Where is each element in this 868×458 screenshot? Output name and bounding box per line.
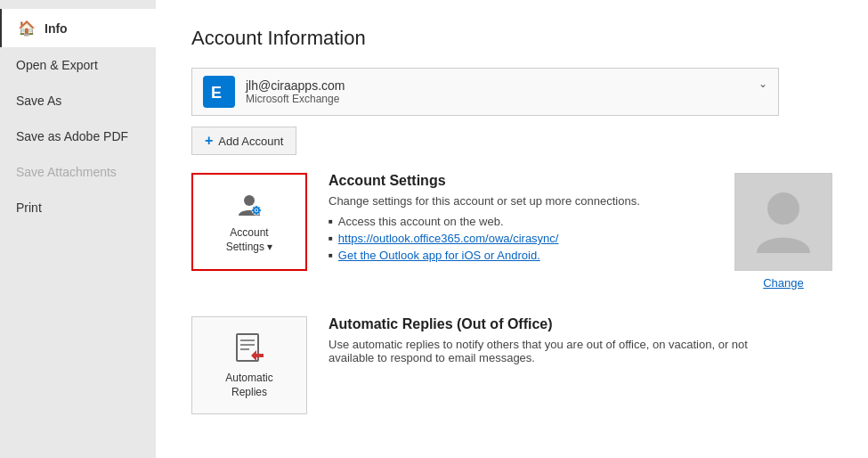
sidebar: 🏠 Info Open & Export Save As Save as Ado… <box>0 0 156 458</box>
avatar-section: Change <box>734 173 832 290</box>
exchange-icon: E <box>203 76 235 108</box>
plus-icon: + <box>205 133 213 149</box>
bullet-app-link: Get the Outlook app for iOS or Android. <box>329 249 699 262</box>
svg-line-12 <box>258 208 259 209</box>
auto-replies-title: Automatic Replies (Out of Office) <box>329 316 756 332</box>
account-selector[interactable]: E jlh@ciraapps.com Microsoft Exchange ⌄ <box>191 68 779 116</box>
svg-line-10 <box>258 213 259 214</box>
auto-replies-icon <box>231 331 267 366</box>
sidebar-item-print[interactable]: Print <box>0 190 156 225</box>
main-content: Account Information E jlh@ciraapps.com M… <box>156 0 868 458</box>
sidebar-label-info: Info <box>45 21 68 36</box>
account-settings-card[interactable]: AccountSettings ▾ <box>191 173 307 271</box>
svg-point-13 <box>767 192 799 225</box>
svg-text:E: E <box>211 84 222 102</box>
change-avatar-link[interactable]: Change <box>763 276 804 290</box>
account-settings-card-label: AccountSettings ▾ <box>226 226 273 254</box>
add-account-button[interactable]: + Add Account <box>191 127 296 155</box>
svg-point-1 <box>244 195 255 206</box>
avatar-icon <box>752 186 815 258</box>
account-settings-section: AccountSettings ▾ Account Settings Chang… <box>191 173 832 290</box>
sidebar-label-save-as: Save As <box>16 94 61 108</box>
account-settings-content: Account Settings Change settings for thi… <box>329 173 832 290</box>
sidebar-label-save-attachments: Save Attachments <box>16 165 117 179</box>
svg-line-11 <box>254 213 255 214</box>
account-settings-bullets: Access this account on the web. https://… <box>329 215 699 262</box>
dropdown-arrow-icon: ⌄ <box>758 78 767 90</box>
auto-replies-section: AutomaticReplies Automatic Replies (Out … <box>191 316 832 414</box>
sidebar-item-save-attachments: Save Attachments <box>0 154 156 190</box>
bullet-web-access: Access this account on the web. <box>329 215 699 228</box>
account-info: jlh@ciraapps.com Microsoft Exchange <box>246 78 758 105</box>
add-account-label: Add Account <box>218 135 283 148</box>
auto-replies-desc-text: Use automatic replies to notify others t… <box>329 338 756 364</box>
ios-android-link[interactable]: Get the Outlook app for iOS or Android. <box>338 249 540 262</box>
account-settings-description: Account Settings Change settings for thi… <box>329 173 699 290</box>
sidebar-item-info[interactable]: 🏠 Info <box>0 9 156 47</box>
auto-replies-card-label: AutomaticReplies <box>225 372 272 399</box>
sidebar-label-print: Print <box>16 200 42 215</box>
sidebar-item-save-adobe[interactable]: Save as Adobe PDF <box>0 119 156 154</box>
sidebar-label-open-export: Open & Export <box>16 58 98 72</box>
sidebar-label-save-adobe: Save as Adobe PDF <box>16 129 128 143</box>
account-settings-icon <box>233 189 265 221</box>
account-settings-desc: Change settings for this account or set … <box>329 194 699 208</box>
svg-point-4 <box>256 209 257 211</box>
account-email: jlh@ciraapps.com <box>246 78 758 93</box>
account-type: Microsoft Exchange <box>246 93 758 105</box>
sidebar-item-open-export[interactable]: Open & Export <box>0 47 156 83</box>
sidebar-item-save-as[interactable]: Save As <box>0 83 156 119</box>
bullet-web-link: https://outlook.office365.com/owa/cirasy… <box>329 232 699 245</box>
page-title: Account Information <box>191 27 832 50</box>
auto-replies-description: Automatic Replies (Out of Office) Use au… <box>329 316 756 364</box>
home-icon: 🏠 <box>18 20 36 37</box>
svg-line-9 <box>254 208 255 209</box>
account-settings-title: Account Settings <box>329 173 699 189</box>
auto-replies-card[interactable]: AutomaticReplies <box>191 316 307 414</box>
web-access-link[interactable]: https://outlook.office365.com/owa/cirasy… <box>338 232 559 245</box>
avatar-box <box>734 173 832 271</box>
